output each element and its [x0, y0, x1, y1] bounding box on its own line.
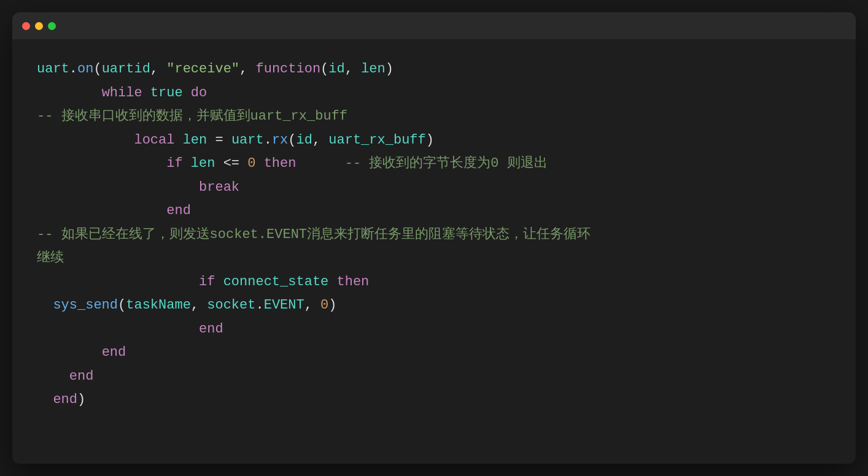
code-line-13: end	[37, 341, 831, 365]
code-line-3: -- 接收串口收到的数据，并赋值到uart_rx_buff	[37, 105, 831, 129]
code-line-7: end	[37, 199, 831, 223]
code-line-9: 继续	[37, 247, 831, 271]
code-window: uart.on(uartid, "receive", function(id, …	[12, 12, 856, 464]
code-line-1: uart.on(uartid, "receive", function(id, …	[37, 58, 831, 82]
code-line-6: break	[37, 176, 831, 200]
close-button[interactable]	[22, 22, 30, 30]
code-line-15: end)	[37, 388, 831, 412]
code-line-11: sys_send(taskName, socket.EVENT, 0)	[37, 294, 831, 318]
code-line-10: if connect_state then	[37, 271, 831, 294]
code-line-2: while true do	[37, 82, 831, 106]
titlebar	[12, 12, 856, 39]
code-line-14: end	[37, 365, 831, 389]
code-line-5: if len <= 0 then -- 接收到的字节长度为0 则退出	[37, 152, 831, 176]
code-line-12: end	[37, 318, 831, 342]
code-editor: uart.on(uartid, "receive", function(id, …	[12, 39, 856, 437]
code-line-4: local len = uart.rx(id, uart_rx_buff)	[37, 129, 831, 153]
maximize-button[interactable]	[48, 22, 56, 30]
code-line-8: -- 如果已经在线了，则发送socket.EVENT消息来打断任务里的阻塞等待状…	[37, 223, 831, 247]
minimize-button[interactable]	[35, 22, 43, 30]
